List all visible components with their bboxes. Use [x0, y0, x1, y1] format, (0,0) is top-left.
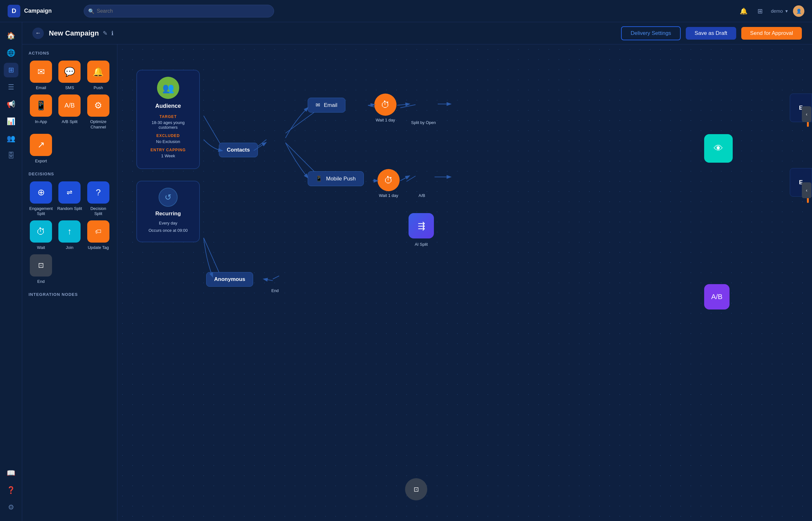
action-sms[interactable]: 💬 SMS — [57, 61, 82, 91]
sidebar-item-database[interactable]: 🗄 — [4, 149, 18, 163]
end-node-icon: ⊡ — [413, 485, 419, 493]
notification-icon[interactable]: 🔔 — [738, 5, 749, 17]
top-right-actions: 🔔 ⊞ demo ▾ 👤 — [738, 5, 805, 17]
ab-split-action-icon: A/B — [58, 94, 81, 117]
header-actions: Delivery Settings Save as Draft Send for… — [621, 26, 802, 40]
end-flow-label: End — [264, 288, 286, 293]
sidebar-item-megaphone[interactable]: 📢 — [4, 97, 18, 112]
mobile-push-icon: 📱 — [316, 175, 322, 182]
logo-area: D Campaign — [7, 5, 71, 18]
decision-join[interactable]: ↑ Join — [57, 220, 82, 250]
sidebar-item-help[interactable]: ❓ — [4, 483, 18, 498]
ai-split-label: AI Split — [414, 242, 428, 247]
decision-wait[interactable]: ⏱ Wait — [28, 220, 53, 250]
decision-end[interactable]: ⊡ End — [28, 254, 53, 285]
action-email[interactable]: ✉ Email — [28, 61, 53, 91]
contacts-node[interactable]: Contacts — [219, 143, 258, 157]
avatar[interactable]: 👤 — [793, 5, 805, 17]
left-sidebar: 🏠 🌐 ⊞ ☰ 📢 📊 👥 🗄 📖 ❓ ⚙ — [0, 22, 22, 521]
inapp-action-icon: 📱 — [30, 94, 52, 117]
random-split-label: Random Split — [57, 206, 82, 211]
join-label: Join — [66, 245, 74, 250]
audience-capping-label: ENTRY CAPPING — [143, 148, 193, 152]
audience-capping-value: 1 Week — [143, 154, 193, 158]
ai-split-icon: ⇶ — [418, 221, 425, 231]
back-button[interactable]: ← — [32, 28, 44, 39]
ai-split-node[interactable]: ⇶ AI Split — [409, 213, 434, 239]
email-flow-node[interactable]: ✉ Email — [308, 98, 345, 113]
user-label: demo — [771, 8, 783, 14]
update-tag-icon: 🏷 — [87, 220, 109, 243]
audience-avatar: 👥 — [157, 77, 179, 99]
decision-decision[interactable]: ? Decision Split — [86, 181, 111, 217]
scroll-toggle-bottom[interactable]: ‹ — [802, 182, 811, 198]
search-input[interactable] — [84, 5, 274, 18]
decision-split-icon: ? — [87, 181, 109, 204]
sidebar-item-book[interactable]: 📖 — [4, 466, 18, 480]
user-menu[interactable]: demo ▾ — [771, 8, 788, 14]
wait-push-wrapper: ⏱ Wait 1 day — [378, 169, 400, 198]
audience-excluded-label: EXCLUDED — [143, 134, 193, 138]
audience-card[interactable]: 👥 Audience TARGET 18-30 ages young custo… — [136, 70, 200, 169]
export-action-label: Export — [35, 159, 47, 164]
edit-icon[interactable]: ✎ — [103, 30, 108, 37]
decision-engagement[interactable]: ⊕ Engagement Split — [28, 181, 53, 217]
decisions-grid: ⊕ Engagement Split ⇌ Random Split ? Deci… — [28, 181, 111, 285]
decisions-section-title: DECISIONS — [28, 172, 111, 176]
recurring-frequency: Every day — [143, 221, 193, 225]
app-title: Campaign — [24, 7, 52, 14]
integration-nodes-section-title: INTEGRATION NODES — [28, 292, 111, 297]
save-draft-button[interactable]: Save as Draft — [686, 27, 736, 40]
sidebar-item-users[interactable]: 👥 — [4, 131, 18, 146]
audience-target-value: 18-30 ages young customers — [143, 120, 193, 130]
audience-target-label: TARGET — [143, 114, 193, 119]
sidebar-item-settings[interactable]: ⚙ — [4, 500, 18, 515]
split-by-open-node[interactable]: 👁 — [704, 134, 733, 163]
action-export[interactable]: ↗ Export — [28, 134, 53, 164]
end-wrapper: ⊡ End — [264, 264, 286, 293]
actions-grid: ✉ Email 💬 SMS 🔔 Push 📱 In-App A/B A/B Sp… — [28, 61, 111, 164]
sms-action-label: SMS — [65, 85, 74, 91]
scroll-toggle-top[interactable]: ‹ — [802, 106, 811, 122]
audience-title: Audience — [143, 103, 193, 109]
action-ab-split[interactable]: A/B A/B Split — [57, 94, 82, 130]
split-by-open-wrapper: 👁 Split by Open — [409, 90, 438, 125]
sidebar-item-chart[interactable]: 📊 — [4, 114, 18, 129]
delivery-settings-button[interactable]: Delivery Settings — [621, 26, 681, 40]
anonymous-node[interactable]: Anonymous — [206, 272, 253, 287]
grid-icon[interactable]: ⊞ — [754, 5, 766, 17]
ab-wrapper: A/B A/B — [409, 166, 434, 198]
decision-random[interactable]: ⇌ Random Split — [57, 181, 82, 217]
end-flow-node[interactable]: ⊡ — [405, 478, 427, 500]
send-approval-button[interactable]: Send for Approval — [741, 27, 802, 40]
info-icon[interactable]: ℹ — [111, 30, 114, 37]
wait-email-icon: ⏱ — [381, 99, 390, 110]
mobile-push-label: Mobile Push — [326, 176, 356, 182]
ab-label: A/B — [409, 193, 434, 198]
decision-update-tag[interactable]: 🏷 Update Tag — [86, 220, 111, 250]
sidebar-item-home[interactable]: 🏠 — [4, 28, 18, 43]
email-node-icon: ✉ — [316, 102, 320, 109]
action-inapp[interactable]: 📱 In-App — [28, 94, 53, 130]
sidebar-item-sitemap[interactable]: ⊞ — [4, 63, 18, 77]
search-bar: 🔍 — [84, 5, 274, 18]
top-bar: D Campaign 🔍 🔔 ⊞ demo ▾ 👤 — [0, 0, 812, 22]
inapp-action-label: In-App — [35, 119, 47, 124]
action-push[interactable]: 🔔 Push — [86, 61, 111, 91]
nodes-panel: ACTIONS ✉ Email 💬 SMS 🔔 Push 📱 In-App A/… — [22, 44, 117, 521]
wait-email-node[interactable]: ⏱ — [374, 94, 397, 116]
audience-excluded-value: No Exclusion — [143, 139, 193, 144]
update-tag-label: Update Tag — [88, 245, 109, 250]
ab-node[interactable]: A/B — [704, 284, 729, 310]
end-label: End — [38, 279, 45, 285]
email-action-label: Email — [36, 85, 46, 91]
mobile-push-node[interactable]: 📱 Mobile Push — [308, 171, 364, 186]
wait-email-wrapper: ⏱ Wait 1 day — [374, 94, 397, 122]
action-optimize[interactable]: ⚙ Optimize Channel — [86, 94, 111, 130]
recurring-card[interactable]: ↺ Recurring Every day Occurs once at 09:… — [136, 181, 200, 242]
sidebar-item-list[interactable]: ☰ — [4, 80, 18, 94]
wait-push-node[interactable]: ⏱ — [378, 169, 400, 191]
actions-section-title: ACTIONS — [28, 51, 111, 55]
wait-push-label: Wait 1 day — [378, 193, 400, 198]
sidebar-item-globe[interactable]: 🌐 — [4, 46, 18, 60]
